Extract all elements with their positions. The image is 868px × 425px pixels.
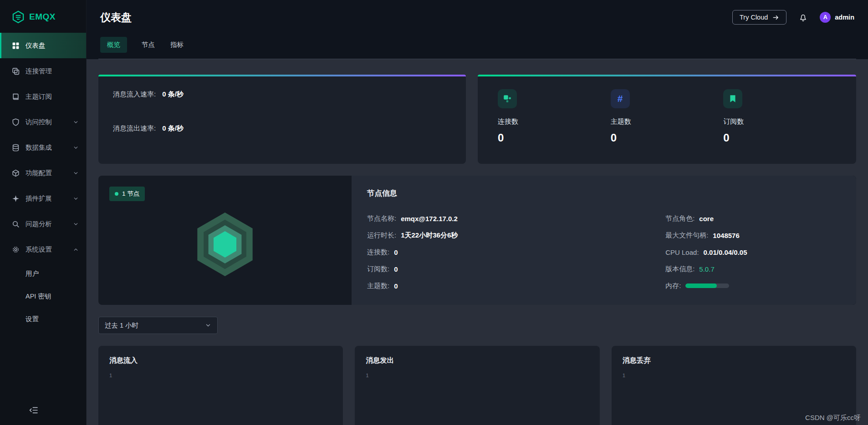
chevron-down-icon [205,322,211,329]
cpu-load-row: CPU Load: 0.01/0.04/0.05 [665,248,841,257]
arrow-right-icon [772,14,779,21]
chevron-down-icon [73,196,79,202]
field-label: 节点角色: [665,214,694,223]
subscriptions-label: 订阅数 [723,117,744,126]
field-value: 0 [394,248,398,256]
sidebar-item-label: 访问控制 [26,118,52,126]
subscriptions-value: 0 [723,132,729,144]
field-value: 0 [394,282,398,290]
avatar: A [820,12,831,23]
chevron-down-icon [73,221,79,227]
topics-value: 0 [611,132,617,144]
chart-ytick: 1 [623,373,845,378]
charts-row: 消息流入 1 消息发出 1 消息丢弃 1 [98,346,856,425]
page-title: 仪表盘 [100,10,132,25]
sidebar-item-label: 系统设置 [26,245,52,254]
version-link[interactable]: 5.0.7 [699,265,714,273]
status-dot [115,192,118,196]
memory-row: 内存: [665,281,841,290]
sidebar-subitem-settings[interactable]: 设置 [0,308,86,330]
node-details-panel: 节点信息 节点名称: emqx@172.17.0.2 运行时长: 1天22小时3… [352,176,856,305]
tab-metrics[interactable]: 指标 [169,37,184,53]
node-info-card: 1 节点 节点信息 节点名称: [98,176,856,305]
sidebar-item-feature-config[interactable]: 功能配置 [0,160,86,186]
field-label: 节点名称: [367,214,396,223]
tab-nodes[interactable]: 节点 [141,37,156,53]
topbar-right: Try Cloud A admin [732,10,854,25]
node-count-badge: 1 节点 [109,187,145,201]
chart-title: 消息发出 [366,356,588,365]
sidebar-item-system-settings[interactable]: 系统设置 [0,237,86,262]
sidebar-subitem-api-keys[interactable]: API 密钥 [0,285,86,308]
field-label: 内存: [665,282,681,290]
message-in-rate-row: 消息流入速率: 0 条/秒 [113,90,451,99]
sub-item-label: 用户 [26,269,39,278]
field-value: core [699,215,714,223]
node-info-title: 节点信息 [367,188,841,198]
sidebar-item-label: 仪表盘 [26,41,46,50]
sidebar-item-diagnose[interactable]: 问题分析 [0,211,86,237]
shield-icon [12,118,20,126]
sidebar-item-label: 功能配置 [26,169,52,177]
field-label: 版本信息: [665,265,694,273]
sidebar-item-connections[interactable]: 连接管理 [0,58,86,84]
time-range-value: 过去 1 小时 [105,321,138,330]
message-out-rate-label: 消息流出速率: [113,124,156,133]
message-in-rate-label: 消息流入速率: [113,90,156,99]
memory-bar-fill [685,283,717,288]
chart-ytick: 1 [366,373,588,378]
field-label: 订阅数: [367,265,389,273]
message-rate-card: 消息流入速率: 0 条/秒 消息流出速率: 0 条/秒 [98,75,466,164]
main-area: 仪表盘 Try Cloud A admin 概览 节点 指标 [87,0,868,425]
sidebar: EMQX 仪表盘 连接管理 主题订阅 访问控制 数据集成 [0,0,87,425]
field-label: CPU Load: [665,248,699,256]
connections-row: 连接数: 0 [367,248,665,257]
field-value: 1048576 [713,232,739,239]
topics-stat: # 主题数 0 [611,89,724,149]
tab-overview[interactable]: 概览 [100,37,127,53]
watermark: CSDN @可乐cc呀 [805,414,861,422]
dashboard-content: 消息流入速率: 0 条/秒 消息流出速率: 0 条/秒 连接数 0 [87,59,868,425]
node-fields-left: 节点名称: emqx@172.17.0.2 运行时长: 1天22小时36分6秒 … [367,214,665,298]
message-out-rate-value: 0 条/秒 [162,124,184,133]
logo-text: EMQX [29,12,56,22]
connections-label: 连接数 [498,117,518,126]
chevron-up-icon [73,247,79,253]
app-window: EMQX 仪表盘 连接管理 主题订阅 访问控制 数据集成 [0,0,868,425]
topbar: 仪表盘 Try Cloud A admin [87,0,868,35]
bell-icon[interactable] [798,12,808,22]
top-cards-row: 消息流入速率: 0 条/秒 消息流出速率: 0 条/秒 连接数 0 [98,75,856,164]
sidebar-item-label: 问题分析 [26,220,52,228]
emqx-logo[interactable]: EMQX [0,0,86,33]
sidebar-item-data-integration[interactable]: 数据集成 [0,135,86,160]
connections-icon [503,94,512,103]
chart-ytick: 1 [109,373,332,378]
time-range-select[interactable]: 过去 1 小时 [98,317,218,334]
sidebar-subitem-users[interactable]: 用户 [0,262,86,285]
sidebar-item-plugins[interactable]: 插件扩展 [0,186,86,211]
user-menu[interactable]: A admin [820,12,854,23]
sidebar-item-dashboard[interactable]: 仪表盘 [0,33,86,58]
message-in-rate-value: 0 条/秒 [162,90,184,99]
field-value: emqx@172.17.0.2 [401,215,458,223]
book-icon [12,93,20,101]
gear-icon [12,246,20,253]
sidebar-item-topics[interactable]: 主题订阅 [0,84,86,109]
sidebar-collapse-button[interactable] [0,397,86,425]
sub-item-label: API 密钥 [26,292,51,301]
connections-icon-tile [498,89,517,108]
database-icon [12,144,20,152]
topics-icon-tile: # [611,89,630,108]
sidebar-item-access-control[interactable]: 访问控制 [0,109,86,135]
hash-icon: # [618,93,623,104]
node-name-row: 节点名称: emqx@172.17.0.2 [367,214,665,223]
try-cloud-button[interactable]: Try Cloud [732,10,786,25]
subscriptions-row: 订阅数: 0 [367,264,665,273]
emqx-hexagon-icon [12,10,25,23]
messages-out-chart-card: 消息发出 1 [355,346,599,425]
dashboard-icon [12,42,20,50]
chevron-down-icon [73,145,79,151]
connections-stat: 连接数 0 [498,89,611,149]
connections-value: 0 [498,132,504,144]
counts-card: 连接数 0 # 主题数 0 订阅数 [478,75,856,164]
